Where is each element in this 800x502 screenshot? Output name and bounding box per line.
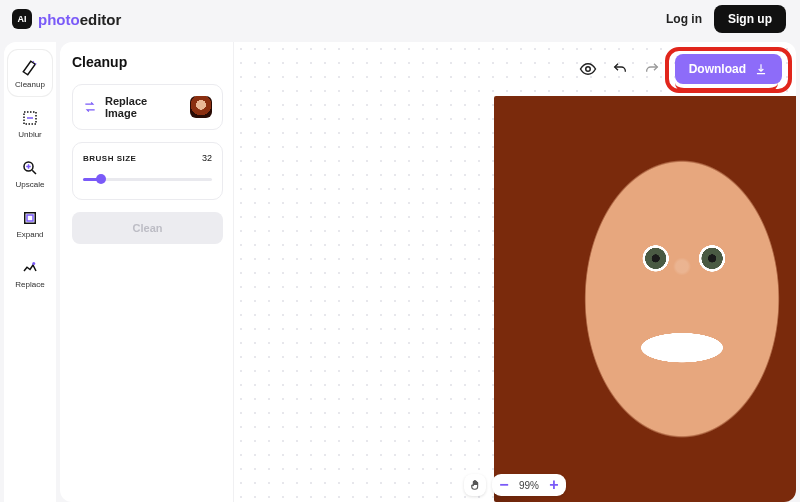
- brush-size-label: BRUSH SIZE: [83, 154, 136, 163]
- zoom-controls: − 99% +: [464, 474, 566, 496]
- sidebar-item-cleanup[interactable]: Cleanup: [8, 50, 52, 96]
- slider-knob[interactable]: [96, 174, 106, 184]
- sidebar-item-label: Replace: [15, 280, 44, 289]
- preview-eye-icon[interactable]: [579, 60, 597, 78]
- brand-logo: AI photoeditor: [12, 9, 121, 29]
- portrait-placeholder: [494, 96, 796, 502]
- download-label: Download: [689, 62, 746, 76]
- ai-badge: AI: [12, 9, 32, 29]
- zoom-pill: − 99% +: [492, 474, 566, 496]
- canvas-area: Download − 99% +: [234, 42, 796, 502]
- magnifier-icon: [20, 158, 40, 178]
- edited-image[interactable]: [494, 96, 796, 502]
- brand-part2: editor: [80, 11, 122, 28]
- svg-point-4: [32, 262, 35, 265]
- redo-icon[interactable]: [643, 60, 661, 78]
- sidebar-item-expand[interactable]: Expand: [8, 200, 52, 246]
- brush-size-card: BRUSH SIZE 32: [72, 142, 223, 200]
- content-area: Cleanup Replace Image BRUSH SIZE 32: [60, 42, 796, 502]
- sidebar-item-upscale[interactable]: Upscale: [8, 150, 52, 196]
- main: Cleanup Unblur Upscale Expand Replace: [0, 38, 800, 502]
- signup-button[interactable]: Sign up: [714, 5, 786, 33]
- top-bar: AI photoeditor Log in Sign up: [0, 0, 800, 38]
- zoom-out-button[interactable]: −: [496, 477, 512, 493]
- svg-point-5: [585, 67, 590, 72]
- expand-icon: [20, 208, 40, 228]
- brush-size-value: 32: [202, 153, 212, 163]
- swap-icon: [83, 100, 97, 114]
- login-button[interactable]: Log in: [654, 6, 714, 32]
- sidebar-item-label: Expand: [16, 230, 43, 239]
- download-wrap: Download: [675, 54, 782, 84]
- zoom-in-button[interactable]: +: [546, 477, 562, 493]
- eraser-sparkle-icon: [20, 58, 40, 78]
- clean-button[interactable]: Clean: [72, 212, 223, 244]
- tool-sidebar: Cleanup Unblur Upscale Expand Replace: [4, 42, 56, 502]
- replace-image-button[interactable]: Replace Image: [72, 84, 223, 130]
- sidebar-item-replace[interactable]: Replace: [8, 250, 52, 296]
- sidebar-item-label: Upscale: [16, 180, 45, 189]
- image-thumbnail: [190, 96, 212, 118]
- cleanup-panel: Cleanup Replace Image BRUSH SIZE 32: [60, 42, 234, 502]
- panel-title: Cleanup: [72, 54, 223, 70]
- replace-icon: [20, 258, 40, 278]
- sidebar-item-label: Unblur: [18, 130, 42, 139]
- undo-icon[interactable]: [611, 60, 629, 78]
- svg-rect-3: [27, 215, 33, 221]
- brush-size-slider[interactable]: [83, 173, 212, 185]
- sidebar-item-unblur[interactable]: Unblur: [8, 100, 52, 146]
- pan-hand-button[interactable]: [464, 474, 486, 496]
- unblur-icon: [20, 108, 40, 128]
- sidebar-item-label: Cleanup: [15, 80, 45, 89]
- replace-image-label: Replace Image: [105, 95, 182, 119]
- zoom-value: 99%: [516, 480, 542, 491]
- brand-part1: photo: [38, 11, 80, 28]
- download-button[interactable]: Download: [675, 54, 782, 84]
- canvas-toolbar: Download: [579, 54, 782, 84]
- download-icon: [754, 62, 768, 76]
